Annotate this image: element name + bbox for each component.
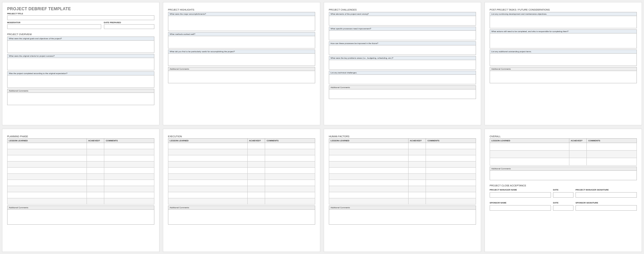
table-row[interactable] bbox=[329, 192, 476, 198]
p4-q2: What actions still need to be completed,… bbox=[490, 29, 637, 33]
table-row[interactable] bbox=[7, 192, 154, 198]
sponsor-date-input[interactable] bbox=[553, 205, 573, 211]
sponsor-name-label: SPONSOR NAME bbox=[490, 202, 551, 204]
table-row[interactable] bbox=[490, 143, 637, 151]
document-title: PROJECT DEBRIEF TEMPLATE bbox=[7, 6, 154, 11]
p2-q2-body[interactable] bbox=[168, 36, 315, 48]
p4-q1-body[interactable] bbox=[490, 16, 637, 28]
sponsor-sig-input[interactable] bbox=[576, 205, 637, 211]
p3-q3-body[interactable] bbox=[329, 45, 476, 55]
col-comments: COMMENTS bbox=[587, 139, 637, 143]
pm-date-input[interactable] bbox=[553, 192, 573, 198]
table-row[interactable] bbox=[329, 168, 476, 174]
col-lesson: LESSON LEARNED bbox=[490, 139, 569, 143]
planning-lessons-table: LESSON LEARNED ACHIEVED? COMMENTS bbox=[7, 138, 154, 204]
pm-name-input[interactable] bbox=[490, 192, 551, 198]
pm-name-label: PROJECT MANAGER NAME bbox=[490, 189, 551, 191]
project-title-input[interactable] bbox=[7, 15, 154, 20]
table-row[interactable] bbox=[329, 198, 476, 204]
table-row[interactable] bbox=[168, 180, 315, 186]
p2-q1: What were the major accomplishments? bbox=[168, 12, 315, 16]
sponsor-name-input[interactable] bbox=[490, 205, 551, 211]
p3-q2-body[interactable] bbox=[329, 31, 476, 40]
page-5: PLANNING PHASE LESSON LEARNED ACHIEVED? … bbox=[2, 129, 159, 252]
date-prepared-input[interactable] bbox=[104, 24, 154, 29]
p1-q1-body[interactable] bbox=[7, 41, 154, 53]
table-row[interactable] bbox=[168, 198, 315, 204]
page-8: OVERALL LESSON LEARNED ACHIEVED? COMMENT… bbox=[485, 129, 642, 252]
p5-additional-body[interactable] bbox=[7, 210, 154, 225]
p2-additional-body[interactable] bbox=[168, 71, 315, 83]
p2-q1-body[interactable] bbox=[168, 16, 315, 31]
pm-sig-input[interactable] bbox=[576, 192, 637, 198]
p3-q5: List any technical challenges. bbox=[329, 71, 476, 75]
p4-additional: Additional Comments bbox=[490, 67, 637, 71]
table-row[interactable] bbox=[7, 186, 154, 192]
table-row[interactable] bbox=[168, 161, 315, 168]
table-row[interactable] bbox=[490, 158, 637, 166]
p4-additional-body[interactable] bbox=[490, 71, 637, 83]
table-row[interactable] bbox=[7, 168, 154, 174]
page-2: PROJECT HIGHLIGHTS What were the major a… bbox=[163, 2, 320, 125]
p3-title: PROJECT CHALLENGES bbox=[329, 9, 476, 11]
p3-additional-body[interactable] bbox=[329, 89, 476, 99]
project-title-label: PROJECT TITLE bbox=[7, 13, 154, 15]
table-row[interactable] bbox=[7, 180, 154, 186]
table-row[interactable] bbox=[7, 155, 154, 161]
col-lesson: LESSON LEARNED bbox=[329, 139, 409, 143]
p1-q2: What were the original criteria for proj… bbox=[7, 54, 154, 58]
p6-title: EXECUTION bbox=[168, 135, 315, 138]
table-row[interactable] bbox=[7, 161, 154, 168]
p1-additional-body[interactable] bbox=[7, 93, 154, 105]
p3-q4-body[interactable] bbox=[329, 60, 476, 70]
table-row[interactable] bbox=[329, 143, 476, 149]
p3-q5-body[interactable] bbox=[329, 75, 476, 84]
p3-q1: What elements of the project went wrong? bbox=[329, 12, 476, 16]
moderator-input[interactable] bbox=[7, 24, 101, 29]
table-row[interactable] bbox=[329, 174, 476, 180]
page-4: POST-PROJECT TASKS / FUTURE CONSIDERATIO… bbox=[485, 2, 642, 125]
col-comments: COMMENTS bbox=[426, 139, 476, 143]
table-row[interactable] bbox=[168, 143, 315, 149]
p1-q1: What were the original goals and objecti… bbox=[7, 37, 154, 41]
pm-sig-label: PROJECT MANAGER SIGNATURE bbox=[576, 189, 637, 191]
p1-q2-body[interactable] bbox=[7, 58, 154, 70]
table-row[interactable] bbox=[329, 149, 476, 155]
p4-q3-body[interactable] bbox=[490, 54, 637, 66]
p2-q3-body[interactable] bbox=[168, 54, 315, 66]
table-row[interactable] bbox=[168, 186, 315, 192]
sponsor-sig-label: SPONSOR SIGNATURE bbox=[576, 202, 637, 204]
table-row[interactable] bbox=[329, 180, 476, 186]
p7-additional: Additional Comments bbox=[329, 206, 476, 210]
template-grid: PROJECT DEBRIEF TEMPLATE PROJECT TITLE M… bbox=[2, 2, 642, 252]
p3-q1-body[interactable] bbox=[329, 16, 476, 26]
table-row[interactable] bbox=[329, 155, 476, 161]
p6-additional-body[interactable] bbox=[168, 210, 315, 225]
table-row[interactable] bbox=[7, 143, 154, 149]
p4-q1: List any continuing development and main… bbox=[490, 12, 637, 16]
table-row[interactable] bbox=[168, 174, 315, 180]
table-row[interactable] bbox=[168, 155, 315, 161]
table-row[interactable] bbox=[490, 151, 637, 158]
col-achieved: ACHIEVED? bbox=[408, 139, 426, 143]
p2-title: PROJECT HIGHLIGHTS bbox=[168, 9, 315, 11]
col-achieved: ACHIEVED? bbox=[247, 139, 265, 143]
p1-additional: Additional Comments bbox=[7, 89, 154, 93]
p7-additional-body[interactable] bbox=[329, 210, 476, 225]
p8-additional-body[interactable] bbox=[490, 171, 637, 180]
col-achieved: ACHIEVED? bbox=[87, 139, 104, 143]
table-row[interactable] bbox=[168, 168, 315, 174]
p2-q3: What did you find to be particularly use… bbox=[168, 50, 315, 54]
p1-q3-body[interactable] bbox=[7, 75, 154, 88]
p8-title: OVERALL bbox=[490, 135, 637, 138]
table-row[interactable] bbox=[7, 149, 154, 155]
table-row[interactable] bbox=[7, 174, 154, 180]
table-row[interactable] bbox=[168, 149, 315, 155]
table-row[interactable] bbox=[7, 198, 154, 204]
p4-q2-body[interactable] bbox=[490, 33, 637, 48]
overall-lessons-table: LESSON LEARNED ACHIEVED? COMMENTS bbox=[490, 138, 637, 166]
table-row[interactable] bbox=[329, 161, 476, 168]
table-row[interactable] bbox=[168, 192, 315, 198]
p8-additional: Additional Comments bbox=[490, 167, 637, 171]
table-row[interactable] bbox=[329, 186, 476, 192]
